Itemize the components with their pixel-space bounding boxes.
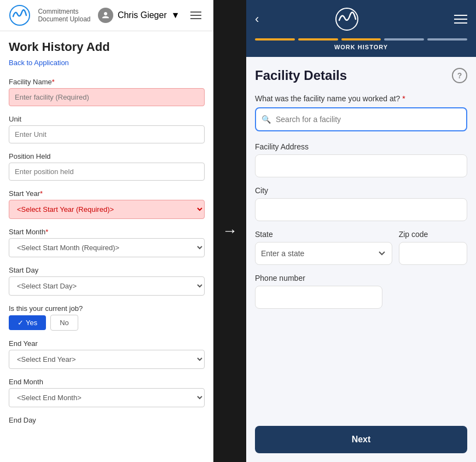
next-button[interactable]: Next [255, 426, 467, 453]
city-group: City [255, 186, 467, 221]
phone-input[interactable] [255, 286, 382, 309]
start-day-group: Start Day <Select Start Day> [9, 266, 205, 296]
start-year-group: Start Year* <Select Start Year (Required… [9, 189, 205, 219]
zip-label: Zip code [399, 230, 467, 239]
state-zip-row: State Enter a state Zip code [255, 230, 467, 265]
zip-group: Zip code [399, 230, 467, 265]
start-month-group: Start Month* <Select Start Month (Requir… [9, 228, 205, 257]
start-month-select[interactable]: <Select Start Month (Required)> [9, 238, 205, 257]
progress-section: WORK HISTORY [246, 38, 476, 57]
state-select[interactable]: Enter a state [255, 242, 392, 265]
bottom-section: Next [246, 421, 476, 462]
position-held-group: Position Held [9, 152, 205, 181]
end-day-label: End Day [9, 416, 205, 424]
back-to-application-link[interactable]: Back to Application [9, 59, 205, 67]
progress-segment-4 [384, 38, 424, 41]
end-year-select[interactable]: <Select End Year> [9, 350, 205, 369]
hamburger-button[interactable] [187, 7, 205, 24]
facility-details-title: Facility Details [255, 68, 347, 83]
start-year-label: Start Year* [9, 189, 205, 198]
commitments-link[interactable]: Commitments [38, 8, 90, 15]
user-name: Chris Gieger [118, 10, 167, 20]
facility-address-group: Facility Address [255, 142, 467, 177]
facility-name-input[interactable] [9, 88, 205, 106]
progress-label: WORK HISTORY [255, 44, 467, 50]
arrow-icon: → [222, 222, 237, 240]
document-upload-link[interactable]: Document Upload [38, 15, 90, 23]
unit-input[interactable] [9, 125, 205, 143]
right-header: ‹ [246, 0, 476, 38]
facility-name-group: Facility Name* [9, 78, 205, 106]
end-year-label: End Year [9, 339, 205, 348]
toggle-group: ✓ Yes No [9, 315, 205, 331]
help-icon[interactable]: ? [452, 68, 467, 83]
right-hamburger-button[interactable] [454, 15, 467, 24]
end-month-label: End Month [9, 378, 205, 386]
position-held-label: Position Held [9, 152, 205, 160]
right-content: Facility Details ? What was the facility… [246, 57, 476, 421]
right-panel: ‹ WORK HISTORY Facility Details ? What w… [246, 0, 476, 462]
end-month-select[interactable]: <Select End Month> [9, 388, 205, 407]
left-panel: Commitments Document Upload Chris Gieger… [0, 0, 213, 462]
left-header-user: Chris Gieger ▼ [98, 8, 180, 23]
position-held-input[interactable] [9, 163, 205, 181]
avatar [98, 8, 113, 23]
end-year-group: End Year <Select End Year> [9, 339, 205, 369]
progress-bar [255, 38, 467, 41]
search-icon: 🔍 [262, 115, 271, 124]
left-header: Commitments Document Upload Chris Gieger… [0, 0, 213, 31]
facility-search-wrapper: 🔍 [255, 107, 467, 131]
phone-group: Phone number [255, 274, 467, 309]
facility-address-label: Facility Address [255, 142, 467, 151]
start-year-select[interactable]: <Select Start Year (Required)> [9, 200, 205, 219]
city-input[interactable] [255, 198, 467, 221]
facility-address-input[interactable] [255, 154, 467, 177]
end-day-group: End Day [9, 416, 205, 424]
phone-label: Phone number [255, 274, 467, 282]
page-title: Work History Add [9, 40, 205, 54]
user-dropdown-arrow[interactable]: ▼ [171, 10, 180, 20]
progress-segment-5 [427, 38, 467, 41]
no-button[interactable]: No [50, 315, 78, 331]
progress-segment-1 [255, 38, 295, 41]
left-content: Work History Add Back to Application Fac… [0, 31, 213, 442]
progress-segment-3 [341, 38, 381, 41]
city-label: City [255, 186, 467, 195]
current-job-label: Is this your current job? [9, 304, 205, 313]
logo-icon [9, 4, 31, 26]
facility-search-input[interactable] [255, 107, 467, 131]
yes-button[interactable]: ✓ Yes [9, 315, 46, 330]
logo-area [9, 4, 31, 26]
state-label: State [255, 230, 392, 239]
current-job-group: Is this your current job? ✓ Yes No [9, 304, 205, 331]
facility-header: Facility Details ? [255, 68, 467, 83]
unit-label: Unit [9, 115, 205, 123]
right-logo-icon [335, 7, 379, 31]
start-day-label: Start Day [9, 266, 205, 274]
end-month-group: End Month <Select End Month> [9, 378, 205, 407]
unit-group: Unit [9, 115, 205, 143]
start-month-label: Start Month* [9, 228, 205, 236]
left-header-nav: Commitments Document Upload [38, 8, 90, 23]
progress-segment-2 [298, 38, 338, 41]
state-group: State Enter a state [255, 230, 392, 265]
back-chevron-button[interactable]: ‹ [255, 12, 259, 26]
arrow-divider: → [213, 0, 246, 462]
zip-input[interactable] [399, 242, 467, 265]
facility-name-label: Facility Name* [9, 78, 205, 86]
facility-question: What was the facility name you worked at… [255, 94, 467, 103]
start-day-select[interactable]: <Select Start Day> [9, 276, 205, 296]
